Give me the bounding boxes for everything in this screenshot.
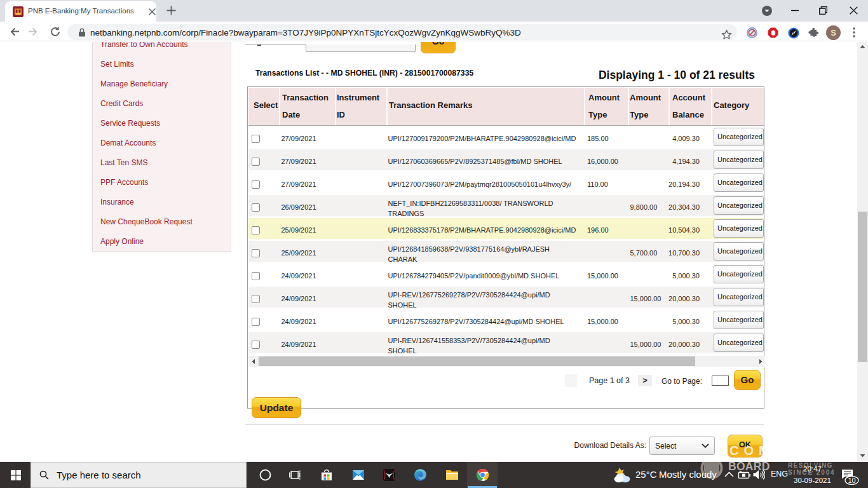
svg-text:10: 10: [848, 477, 855, 484]
